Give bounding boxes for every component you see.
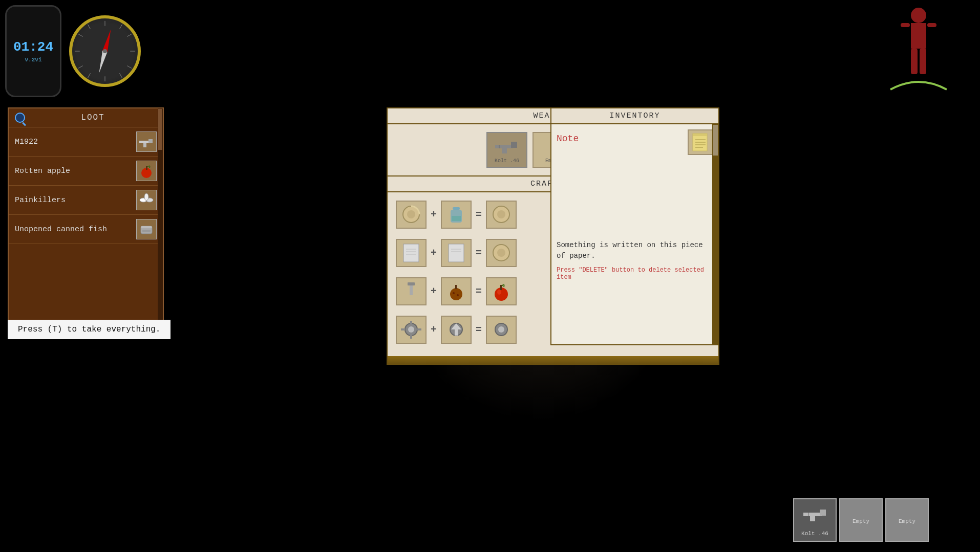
craft-equals-0: = — [476, 209, 482, 220]
svg-rect-39 — [453, 207, 460, 210]
svg-point-59 — [457, 294, 459, 296]
svg-rect-17 — [901, 23, 910, 27]
item-icon-apple — [136, 161, 157, 181]
inventory-delete-hint: Press "DELETE" button to delete selected… — [557, 267, 713, 281]
svg-point-43 — [497, 210, 505, 218]
list-item[interactable]: Painkillers — [9, 186, 163, 215]
craft-equals-3: = — [476, 324, 482, 336]
item-name-apple: Rotten apple — [15, 167, 131, 175]
inventory-panel: INVENTORY Note Something is written on t… — [550, 107, 719, 345]
craft-equals-2: = — [476, 285, 482, 297]
loot-panel-body: M1922 Rotten apple Painkillers — [9, 127, 163, 326]
craft-equals-1: = — [476, 247, 482, 259]
craft-ingredient-3-1[interactable] — [441, 316, 472, 344]
craft-ingredient-1-1[interactable] — [441, 239, 472, 267]
bottom-slot-2[interactable]: Empty — [885, 498, 929, 542]
svg-rect-33 — [495, 145, 513, 148]
bottom-slot-0[interactable]: Kolt .46 — [793, 498, 837, 542]
svg-rect-20 — [920, 49, 926, 74]
rotten-apple-icon — [443, 280, 469, 303]
svg-line-11 — [88, 73, 91, 78]
craft-ingredient-1-0[interactable] — [396, 239, 427, 267]
svg-rect-55 — [409, 295, 414, 299]
svg-point-62 — [497, 290, 501, 295]
svg-line-10 — [78, 66, 83, 69]
craft-plus-2: + — [431, 285, 437, 297]
svg-rect-68 — [417, 328, 421, 330]
svg-rect-74 — [693, 134, 707, 136]
compass-circle — [69, 15, 141, 87]
watch-date: v.2vi — [25, 57, 41, 63]
watch-time: 01:24 — [13, 39, 53, 55]
svg-rect-19 — [911, 49, 918, 74]
health-arc-svg — [888, 77, 949, 92]
item-name-painkillers: Painkillers — [15, 196, 131, 205]
water-bottle-icon — [443, 203, 469, 226]
svg-point-56 — [450, 288, 462, 300]
loot-scrollbar[interactable] — [158, 108, 163, 326]
loot-header: LOOT — [9, 108, 163, 127]
svg-rect-35 — [502, 148, 507, 153]
pills-icon — [138, 192, 155, 208]
list-item[interactable]: Rotten apple — [9, 157, 163, 186]
svg-line-6 — [127, 66, 132, 69]
craft-plus-0: + — [431, 209, 437, 220]
bolt-icon — [443, 318, 469, 341]
item-icon-painkillers — [136, 190, 157, 210]
inventory-note-text: Something is written on this piece of pa… — [557, 240, 713, 261]
craft-result-1 — [486, 239, 517, 267]
craft-ingredient-2-0[interactable] — [396, 277, 427, 305]
svg-point-64 — [408, 326, 414, 333]
bottom-slot-label-0: Kolt .46 — [801, 531, 828, 537]
human-figure — [898, 5, 939, 90]
svg-point-58 — [453, 292, 455, 294]
svg-point-14 — [103, 49, 107, 53]
fresh-apple-icon — [488, 280, 514, 303]
svg-rect-54 — [408, 282, 415, 285]
craft-ingredient-0-1[interactable] — [441, 201, 472, 229]
apple-icon — [138, 163, 155, 179]
watch-container: 01:24 v.2vi — [5, 5, 143, 97]
craft-result-2 — [486, 277, 517, 305]
paper-icon-2 — [443, 241, 469, 264]
take-all-button[interactable]: Press (T) to take everything. — [8, 320, 171, 339]
svg-rect-66 — [410, 335, 412, 339]
list-item[interactable]: M1922 — [9, 127, 163, 157]
svg-line-4 — [120, 25, 122, 29]
list-item[interactable]: Unopened canned fish — [9, 215, 163, 244]
paper-icon-1 — [398, 241, 424, 264]
craft-result-0 — [486, 201, 517, 229]
bottom-slot-icon-0 — [802, 503, 828, 528]
svg-rect-18 — [927, 23, 936, 27]
svg-rect-22 — [148, 139, 153, 143]
inventory-body: Note Something is written on this piece … — [551, 124, 718, 344]
svg-marker-13 — [97, 51, 108, 74]
inventory-note-slot[interactable] — [688, 129, 713, 155]
svg-rect-34 — [511, 142, 517, 148]
craft-plus-3: + — [431, 324, 437, 336]
item-name-m1922: M1922 — [15, 138, 131, 146]
svg-line-9 — [78, 34, 83, 37]
svg-rect-48 — [449, 244, 464, 262]
craft-ingredient-0-0[interactable] — [396, 201, 427, 229]
item-icon-m1922 — [136, 131, 157, 152]
bandage-roll-icon — [398, 203, 424, 226]
gear-result-icon — [488, 318, 514, 341]
inventory-scrollbar[interactable] — [712, 124, 718, 344]
svg-rect-65 — [410, 321, 412, 325]
weapon-slot-0[interactable]: Kolt .46 — [486, 132, 527, 168]
kolt-bottom-icon — [802, 503, 828, 524]
search-icon — [15, 113, 25, 123]
bottom-slot-1[interactable]: Empty — [839, 498, 883, 542]
weapon-slot-icon-0 — [494, 137, 520, 157]
human-silhouette — [898, 5, 939, 87]
loot-scroll-thumb[interactable] — [158, 109, 162, 150]
inventory-scroll-thumb[interactable] — [713, 125, 718, 156]
craft-ingredient-3-0[interactable] — [396, 316, 427, 344]
craft-ingredient-2-1[interactable] — [441, 277, 472, 305]
note-icon — [690, 132, 711, 152]
svg-line-8 — [88, 25, 91, 29]
compass-watch — [67, 5, 143, 97]
svg-rect-80 — [820, 510, 826, 516]
item-name-canned-fish: Unopened canned fish — [15, 225, 131, 234]
